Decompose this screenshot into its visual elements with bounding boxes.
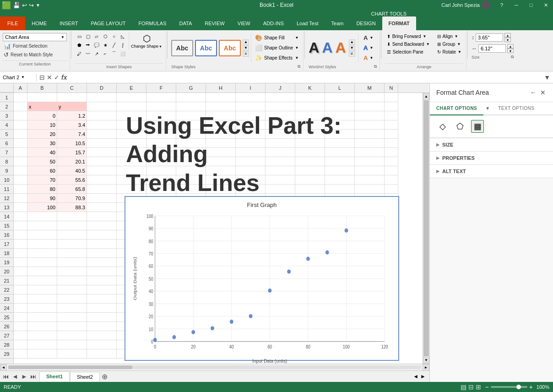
callout-shape-icon[interactable]: 💬 (92, 41, 101, 49)
cell-N10[interactable] (385, 175, 398, 185)
cell-B26[interactable] (27, 322, 57, 331)
col-header-N[interactable]: N (385, 83, 398, 93)
connector-shape-icon[interactable]: ↗ (92, 49, 101, 58)
panel-section-size[interactable]: ▶ SIZE (430, 138, 553, 152)
cell-B19[interactable] (27, 258, 57, 267)
cell-B21[interactable] (27, 276, 57, 285)
cell-A9[interactable] (14, 166, 27, 175)
size-expand-icon[interactable]: ⧉ (511, 54, 514, 60)
cell-H1[interactable] (206, 93, 236, 102)
tab-add-ins[interactable]: ADD-INS (257, 16, 290, 30)
shape-style-1[interactable]: Abc (171, 40, 193, 56)
cell-D6[interactable] (87, 139, 117, 148)
cell-J1[interactable] (266, 93, 295, 102)
curve-shape-icon[interactable]: ∫ (119, 41, 127, 49)
cell-C11[interactable]: 65.8 (57, 185, 87, 194)
cell-A24[interactable] (14, 304, 27, 313)
cell-B22[interactable] (27, 285, 57, 294)
cell-N3[interactable] (385, 111, 398, 120)
cell-A23[interactable] (14, 294, 27, 304)
cell-A27[interactable] (14, 331, 27, 340)
page-layout-view-btn[interactable]: ⊟ (468, 383, 474, 391)
cell-C27[interactable] (57, 331, 87, 340)
cell-C25[interactable] (57, 313, 87, 322)
cell-M2[interactable] (355, 102, 385, 111)
col-header-E[interactable]: E (117, 83, 146, 93)
panel-close-btn[interactable]: ✕ (539, 88, 547, 97)
sheet-tab-first-btn[interactable]: ⏮ (2, 372, 10, 381)
cell-D16[interactable] (87, 230, 117, 240)
cell-D1[interactable] (87, 93, 117, 102)
help-btn[interactable]: ? (494, 0, 509, 10)
cell-D10[interactable] (87, 175, 117, 185)
cell-C18[interactable] (57, 249, 87, 258)
cell-B29[interactable] (27, 349, 57, 359)
height-spin-down-btn[interactable]: ▼ (504, 38, 511, 42)
enter-formula-icon[interactable]: ✓ (54, 74, 60, 81)
cell-C8[interactable]: 20.1 (57, 157, 87, 166)
cell-L2[interactable] (325, 102, 355, 111)
vertical-scrollbar[interactable]: ▲ ▼ (423, 93, 429, 364)
scribble-shape-icon[interactable]: 〰 (84, 49, 92, 58)
insert-function-icon[interactable]: fx (61, 74, 67, 81)
cell-D19[interactable] (87, 258, 117, 267)
cell-N8[interactable] (385, 157, 398, 166)
cell-B15[interactable] (27, 221, 57, 230)
cell-B10[interactable]: 70 (27, 175, 57, 185)
zoom-thumb[interactable] (516, 385, 521, 389)
cell-L1[interactable] (325, 93, 355, 102)
panel-section-properties[interactable]: ▶ PROPERTIES (430, 152, 553, 165)
width-spin-down-btn[interactable]: ▼ (507, 49, 514, 53)
col-header-D[interactable]: D (87, 83, 117, 93)
formula-expand-icon[interactable]: ⊟ (39, 74, 45, 81)
cell-C14[interactable] (57, 212, 87, 221)
col-header-I[interactable]: I (236, 83, 266, 93)
sheet-tab-last-btn[interactable]: ⏭ (29, 372, 38, 381)
text-outline-btn[interactable]: A ▼ (360, 44, 377, 52)
cell-N9[interactable] (385, 166, 398, 175)
maximize-btn[interactable]: □ (524, 0, 538, 10)
cell-D12[interactable] (87, 194, 117, 203)
cell-C2[interactable]: y (57, 102, 87, 111)
cell-N5[interactable] (385, 130, 398, 139)
col-header-F[interactable]: F (146, 83, 176, 93)
cell-A18[interactable] (14, 249, 27, 258)
send-backward-btn[interactable]: ⬇ Send Backward ▼ (385, 41, 432, 48)
cell-C26[interactable] (57, 322, 87, 331)
tab-data[interactable]: DATA (173, 16, 199, 30)
cell-C15[interactable] (57, 221, 87, 230)
cell-D5[interactable] (87, 130, 117, 139)
cell-C7[interactable]: 15.7 (57, 148, 87, 157)
cell-G2[interactable] (176, 102, 206, 111)
cell-D2[interactable] (87, 102, 117, 111)
cell-C16[interactable] (57, 230, 87, 240)
cell-A21[interactable] (14, 276, 27, 285)
elbow-connector-icon[interactable]: ⌐ (101, 49, 109, 58)
shape-fill-btn[interactable]: 🎨 Shape Fill ▼ (253, 33, 300, 42)
cell-B16[interactable] (27, 230, 57, 240)
cell-D13[interactable] (87, 203, 117, 212)
scroll-right-btn[interactable]: ► (423, 364, 429, 371)
cell-B8[interactable]: 50 (27, 157, 57, 166)
col-header-J[interactable]: J (266, 83, 295, 93)
cell-C6[interactable]: 10.5 (57, 139, 87, 148)
cell-D22[interactable] (87, 285, 117, 294)
cell-D11[interactable] (87, 185, 117, 194)
col-header-A[interactable]: A (14, 83, 27, 93)
shape-style-2[interactable]: Abc (195, 40, 217, 56)
cell-C12[interactable]: 70.9 (57, 194, 87, 203)
cell-A12[interactable] (14, 194, 27, 203)
tab-view[interactable]: VIEW (231, 16, 257, 30)
cell-D3[interactable] (87, 111, 117, 120)
selection-pane-btn[interactable]: ☰ Selection Pane (385, 49, 432, 55)
cell-C29[interactable] (57, 349, 87, 359)
close-btn[interactable]: ✕ (538, 0, 553, 10)
style-scroll-down-btn[interactable]: ▼ (243, 45, 249, 51)
page-break-view-btn[interactable]: ⊞ (476, 383, 481, 391)
zoom-slider[interactable] (491, 386, 527, 388)
group-btn[interactable]: ⊞ Group ▼ (435, 41, 463, 48)
cell-K2[interactable] (295, 102, 325, 111)
sheet-tab-prev-btn[interactable]: ◄ (11, 372, 19, 381)
shape-style-3[interactable]: Abc (219, 40, 241, 56)
cell-J2[interactable] (266, 102, 295, 111)
